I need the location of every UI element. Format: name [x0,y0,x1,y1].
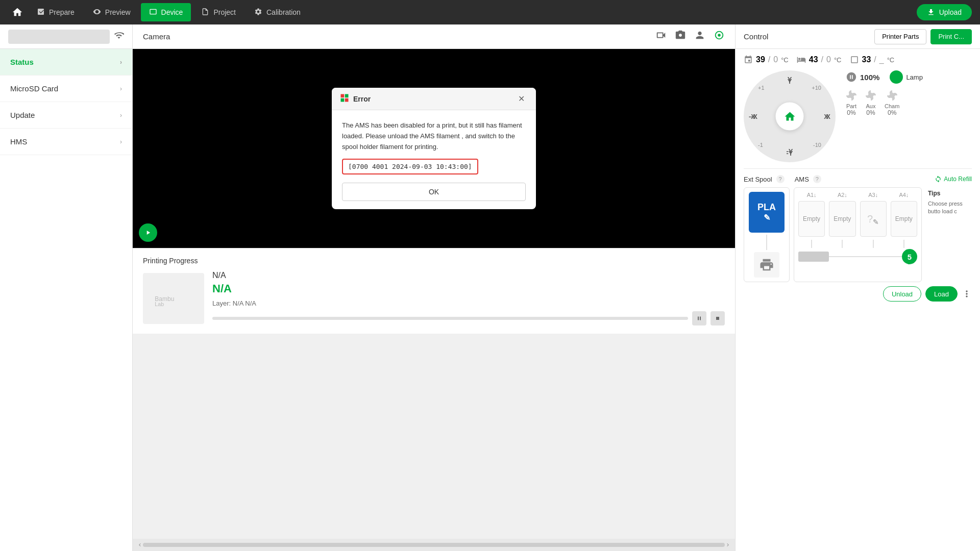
auto-refill-button[interactable]: Auto Refill [935,176,972,183]
ams-connectors [798,240,917,248]
progress-bar-wrap [212,311,725,325]
ext-spool-box[interactable]: PLA ✎ [749,192,785,233]
svg-rect-2 [341,94,345,97]
unload-button[interactable]: Unload [883,286,921,302]
tab-project-label: Project [213,8,236,16]
joy-neg-y-label: -Y [787,147,793,155]
pause-button[interactable] [692,311,706,325]
tab-preview[interactable]: Preview [85,3,139,21]
chevron-right-icon: › [120,112,122,119]
dialog-message: The AMS has been disabled for a print, b… [342,120,526,152]
bed-icon [797,55,806,64]
tab-device-label: Device [161,8,183,16]
prepare-icon [37,8,45,17]
temp-unit3: °C [887,56,895,64]
joy-deg-tl: +1 [758,85,765,91]
ams-slot-a3[interactable]: ? ✎ [860,201,887,237]
temp-chamber-target: _ [879,55,884,64]
speed-icon [846,71,857,83]
tab-preview-label: Preview [105,8,131,16]
sidebar-item-hms-label: HMS [10,137,27,146]
lamp-label: Lamp [906,73,923,81]
upload-button[interactable]: Upload [917,4,972,20]
tab-prepare[interactable]: Prepare [29,3,83,21]
svg-rect-3 [345,94,349,97]
connector-a3 [873,240,874,248]
temps-section: 39 / 0 °C 43 / 0 °C 33 / _ °C [744,55,972,64]
topnav: Prepare Preview Device Project Calibrati… [0,0,980,24]
speed-control: 100% [846,71,879,83]
fan-cham-icon [887,90,898,101]
joy-y-label: Y [788,78,792,85]
ext-connector-line [766,235,767,250]
print-name: N/A [212,271,725,280]
upload-label: Upload [939,8,962,16]
play-button[interactable] [139,223,157,242]
camera-snapshot-icon[interactable] [675,30,686,43]
tab-project[interactable]: Project [193,3,244,21]
speed-lamp-fans: 100% Lamp Part [846,70,923,162]
chamber-icon [850,55,859,64]
ext-filament-type: PLA [757,202,776,213]
home-button[interactable] [8,3,27,21]
control-title: Control [744,32,870,41]
nozzle-icon [744,55,753,64]
sidebar-item-update[interactable]: Update › [0,102,132,129]
ams-slot-a4[interactable]: Empty [891,201,917,237]
sidebar-item-update-label: Update [10,111,35,119]
load-button[interactable]: Load [925,286,958,302]
sidebar-item-microsd-label: MicroSD Card [10,84,58,93]
scroll-track[interactable] [143,543,725,547]
sidebar-item-status[interactable]: Status › [0,49,132,76]
scroll-left-icon[interactable] [137,542,143,548]
temp-bed-target: 0 [826,55,831,64]
temp-chamber: 33 / _ °C [850,55,895,64]
dialog-ok-button[interactable]: OK [342,183,526,201]
stop-button[interactable] [710,311,725,325]
fan-cham-val: 0% [885,109,899,116]
dialog-error-code: [0700 4001 2024-09-03 10:43:00] [342,159,478,174]
joy-home-button[interactable] [776,103,804,131]
ams-header: Ext Spool ? AMS ? Auto Refill [744,175,972,183]
ams-slot-a2[interactable]: Empty [829,201,855,237]
camera-record-icon[interactable] [655,30,667,43]
joy-deg-tr: +10 [812,85,821,91]
fan-part-icon [846,90,857,101]
ams-settings-icon[interactable] [962,289,972,299]
ams-help[interactable]: ? [813,175,821,183]
fans-row: Part 0% Aux 0% Cham 0% [846,90,923,116]
progress-info: N/A N/A Layer: N/A N/A [212,271,725,325]
ams-section: Ext Spool ? AMS ? Auto Refill PLA [744,168,972,302]
auto-refill-icon [935,176,942,183]
temp-bed-val: 43 [809,55,818,64]
error-icon [340,93,349,105]
tab-calibration[interactable]: Calibration [246,3,309,21]
dialog-title: Error [353,95,511,103]
dialog-close-button[interactable]: ✕ [515,93,528,105]
printer-parts-button[interactable]: Printer Parts [874,29,926,44]
ext-spool-help[interactable]: ? [776,175,785,183]
camera-person-icon[interactable] [694,30,705,43]
tips-section: Tips Choose press butto load c [926,187,972,282]
tab-device[interactable]: Device [141,3,191,21]
svg-text:Lab: Lab [155,300,164,307]
print-control-button[interactable]: Print C... [930,29,972,44]
scroll-area [133,539,735,551]
fan-part-label: Part [846,103,857,109]
preview-icon [93,8,101,17]
scroll-right-icon[interactable] [725,542,731,548]
camera-header: Camera [133,24,735,49]
fan-cham-label: Cham [885,103,899,109]
lamp-control[interactable]: Lamp [890,70,923,84]
device-bar [0,24,132,49]
camera-settings-icon[interactable] [714,30,725,43]
ams-slot-a1[interactable]: Empty [798,201,825,237]
joy-deg-bl: -1 [758,142,763,148]
sidebar-item-microsd[interactable]: MicroSD Card › [0,76,132,102]
sidebar-item-hms[interactable]: HMS › [0,129,132,155]
joystick: Y -Y -X X +10 +1 -10 -1 [744,70,836,162]
joy-deg-br: -10 [813,142,821,148]
ext-edit-icon: ✎ [764,213,770,222]
temp-nozzle-val: 39 [756,55,765,64]
print-layer: Layer: N/A N/A [212,299,725,307]
